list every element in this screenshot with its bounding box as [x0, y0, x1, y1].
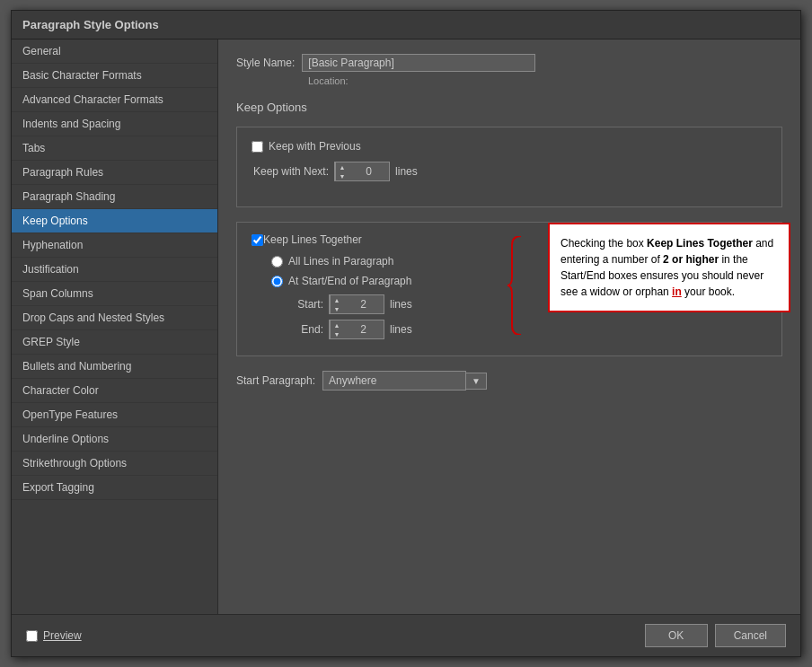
sidebar-item-export[interactable]: Export Tagging: [12, 476, 217, 500]
keep-with-next-decrement[interactable]: ▼: [336, 171, 349, 180]
keep-with-next-label: Keep with Next:: [253, 165, 329, 178]
keep-lines-checkbox[interactable]: [252, 234, 263, 246]
sidebar-item-underline[interactable]: Underline Options: [12, 427, 217, 452]
sidebar-item-grep[interactable]: GREP Style: [12, 330, 217, 355]
preview-row: Preview: [26, 629, 82, 642]
start-input[interactable]: [343, 296, 384, 312]
tooltip-red-word: in: [672, 285, 682, 298]
sidebar-item-bullets[interactable]: Bullets and Numbering: [12, 355, 217, 379]
keep-with-previous-label[interactable]: Keep with Previous: [269, 140, 361, 153]
sidebar-item-tabs[interactable]: Tabs: [12, 136, 217, 161]
sidebar-item-drop-caps[interactable]: Drop Caps and Nested Styles: [12, 306, 217, 330]
paragraph-style-dialog: Paragraph Style Options General Basic Ch…: [11, 10, 801, 657]
start-decrement[interactable]: ▼: [331, 304, 343, 313]
sidebar-item-char-color[interactable]: Character Color: [12, 379, 217, 403]
keep-with-next-lines-label: lines: [395, 165, 418, 178]
keep-options-box: Keep with Previous Keep with Next: ▲ ▼ l…: [236, 127, 782, 207]
start-spinner: ▲ ▼: [329, 294, 384, 314]
ok-button[interactable]: OK: [645, 624, 708, 647]
sidebar-item-advanced-char[interactable]: Advanced Character Formats: [12, 88, 217, 112]
title-bar: Paragraph Style Options: [12, 11, 800, 39]
end-decrement[interactable]: ▼: [331, 329, 343, 338]
style-name-label: Style Name:: [236, 57, 295, 69]
cancel-button[interactable]: Cancel: [715, 624, 786, 647]
sidebar-item-hyphenation[interactable]: Hyphenation: [12, 233, 217, 258]
at-start-end-label[interactable]: At Start/End of Paragraph: [288, 275, 411, 287]
start-increment[interactable]: ▲: [331, 295, 343, 304]
end-input[interactable]: [343, 321, 384, 338]
start-paragraph-row: Start Paragraph: Anywhere In Next Column…: [236, 371, 782, 391]
start-lines-label: lines: [390, 298, 412, 311]
sidebar-item-indents[interactable]: Indents and Spacing: [12, 112, 217, 136]
end-row: End: ▲ ▼ lines: [287, 320, 767, 339]
tooltip-box: Checking the box Keep Lines Together and…: [548, 223, 790, 312]
keep-lines-section: Checking the box Keep Lines Together and…: [236, 222, 782, 356]
start-label: Start:: [287, 298, 323, 311]
sidebar-item-para-shading[interactable]: Paragraph Shading: [12, 185, 217, 209]
end-lines-label: lines: [390, 323, 412, 336]
at-start-end-radio[interactable]: [271, 276, 283, 287]
sidebar-item-span-columns[interactable]: Span Columns: [12, 282, 217, 306]
main-content: Style Name: Location: Keep Options Keep …: [218, 39, 800, 614]
sidebar: General Basic Character Formats Advanced…: [12, 39, 218, 614]
tooltip-bold2: 2 or higher: [663, 253, 719, 266]
keep-with-previous-checkbox[interactable]: [252, 141, 263, 153]
sidebar-item-general[interactable]: General: [12, 39, 217, 64]
all-lines-radio[interactable]: [271, 256, 283, 268]
style-name-input[interactable]: [302, 54, 535, 72]
keep-options-title: Keep Options: [236, 101, 782, 114]
keep-with-next-increment[interactable]: ▲: [336, 162, 349, 171]
end-spinner: ▲ ▼: [329, 320, 384, 339]
start-paragraph-dropdown-wrapper: Anywhere In Next Column In Next Frame On…: [322, 371, 487, 391]
keep-with-next-spinner: ▲ ▼: [334, 162, 390, 181]
keep-with-next-row: Keep with Next: ▲ ▼ lines: [253, 162, 767, 181]
footer-buttons: OK Cancel: [645, 624, 786, 647]
keep-with-next-input[interactable]: [349, 163, 389, 180]
sidebar-item-keep-options[interactable]: Keep Options: [12, 209, 217, 233]
end-increment[interactable]: ▲: [331, 320, 343, 329]
tooltip-text-before: Checking the box: [560, 237, 647, 250]
tooltip-text-end: your book.: [682, 285, 735, 298]
sidebar-item-basic-char[interactable]: Basic Character Formats: [12, 64, 217, 88]
start-paragraph-label: Start Paragraph:: [236, 374, 315, 387]
all-lines-label[interactable]: All Lines in Paragraph: [288, 255, 393, 268]
sidebar-item-para-rules[interactable]: Paragraph Rules: [12, 161, 217, 185]
dialog-footer: Preview OK Cancel: [12, 614, 800, 656]
keep-lines-label[interactable]: Keep Lines Together: [263, 233, 362, 246]
location-label: Location:: [308, 75, 349, 86]
start-paragraph-select[interactable]: Anywhere In Next Column In Next Frame On…: [322, 371, 466, 391]
curly-brace-icon: [508, 236, 525, 335]
preview-checkbox[interactable]: [26, 630, 38, 642]
dropdown-arrow-icon[interactable]: ▼: [466, 373, 487, 390]
sidebar-item-opentype[interactable]: OpenType Features: [12, 403, 217, 427]
preview-label[interactable]: Preview: [43, 629, 82, 642]
keep-with-previous-row: Keep with Previous: [252, 140, 767, 153]
tooltip-bold1: Keep Lines Together: [647, 237, 753, 250]
end-label: End:: [287, 323, 323, 336]
sidebar-item-justification[interactable]: Justification: [12, 258, 217, 282]
dialog-title: Paragraph Style Options: [22, 18, 159, 31]
sidebar-item-strikethrough[interactable]: Strikethrough Options: [12, 452, 217, 476]
